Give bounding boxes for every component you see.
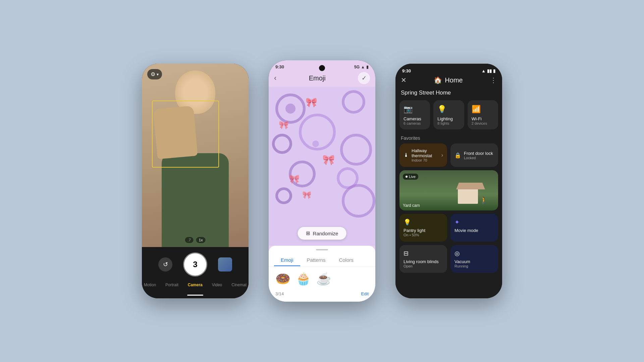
emoji-pattern-area[interactable]: 🎀 🎀 🎀 🎀 🎀 ⊞ Randomize — [269, 87, 375, 246]
movie-icon: ✦ — [454, 219, 494, 226]
gear-icon: ⚙ — [151, 71, 155, 77]
wifi-card[interactable]: 📶 Wi-Fi 2 devices — [468, 100, 498, 129]
emoji-grid: 🍩 🧁 ☕ — [269, 272, 375, 289]
zoom-controls[interactable]: .7 1x — [185, 237, 206, 243]
thermostat-content: Hallway thermostat Indoor 70 — [412, 148, 441, 162]
confirm-button[interactable]: ✓ — [358, 72, 370, 84]
mode-portrait[interactable]: Portrait — [161, 281, 183, 289]
device-grid: 📷 Cameras 6 cameras 💡 Lighting 8 lights … — [399, 100, 498, 129]
live-indicator — [406, 176, 408, 178]
lock-content: Front door lock Locked — [464, 151, 494, 160]
tab-colors[interactable]: Colors — [332, 254, 360, 266]
home-content: Spring Street Home 📷 Cameras 6 cameras 💡… — [395, 87, 502, 298]
cameras-icon: 📷 — [404, 105, 426, 114]
mode-camera[interactable]: Camera — [183, 281, 207, 289]
shutter-button[interactable]: 3 — [183, 252, 207, 277]
live-camera-card[interactable]: 🚶 Live Yard cam — [399, 170, 498, 210]
vacuum-icon: ◎ — [454, 250, 494, 257]
pantry-icon: 💡 — [404, 219, 443, 226]
thermostat-sub: Indoor 70 — [412, 158, 441, 162]
home-statusbar: 9:30 ▲ ▮▮ ▮ — [395, 64, 502, 75]
bottom-row-2: ⊟ Living room blinds Open ◎ Vacuum Runni… — [399, 245, 498, 273]
camera-controls: ↺ 3 Motion Portrait Camera Video Cinemat — [142, 247, 249, 298]
emoji-footer: 3/14 Edit — [269, 289, 375, 296]
blinds-card[interactable]: ⊟ Living room blinds Open — [399, 245, 447, 273]
front-camera — [319, 65, 325, 71]
home-name: Spring Street Home — [399, 87, 498, 100]
gallery-thumbnail[interactable] — [218, 257, 232, 272]
camera-topbar: ⚙ ▾ — [142, 64, 249, 82]
wifi-sub: 2 devices — [472, 121, 494, 125]
tab-patterns[interactable]: Patterns — [300, 254, 332, 266]
home-title-row: 🏠 Home — [434, 76, 463, 84]
lock-icon: 🔒 — [454, 152, 461, 159]
phone-emoji: 9:30 5G ▲ ▮ ‹ Emoji ✓ — [269, 60, 375, 302]
randomize-icon: ⊞ — [306, 230, 310, 236]
emoji-item-coffee[interactable]: ☕ — [316, 272, 331, 286]
live-label: Live — [409, 175, 416, 179]
movie-title: Movie mode — [454, 228, 494, 233]
cameras-label: Cameras — [404, 116, 426, 121]
thermostat-card[interactable]: 🌡 Hallway thermostat Indoor 70 › — [399, 143, 447, 167]
lock-title: Front door lock — [464, 151, 494, 156]
phone-home: 9:30 ▲ ▮▮ ▮ ✕ 🏠 Home ⋮ Spring Street Hom… — [395, 64, 502, 298]
mode-video[interactable]: Video — [207, 281, 227, 289]
signal-icon: 5G — [354, 65, 360, 69]
emoji-tabs: Emoji Patterns Colors — [269, 254, 375, 266]
pantry-light-card[interactable]: 💡 Pantry light On • 50% — [399, 214, 447, 242]
home-app-title: Home — [445, 76, 463, 84]
home-wifi-icon: ▲ — [481, 68, 486, 73]
home-status-time: 9:30 — [402, 68, 411, 73]
camera-viewfinder[interactable]: .7 1x — [142, 64, 249, 247]
favorites-row: 🌡 Hallway thermostat Indoor 70 › 🔒 Front… — [399, 143, 498, 167]
zoom-07[interactable]: .7 — [185, 237, 194, 243]
phone-camera: ⚙ ▾ .7 1x ↺ 3 — [142, 64, 249, 298]
flip-camera-button[interactable]: ↺ — [158, 257, 172, 272]
focus-rectangle — [152, 101, 219, 168]
bottom-row-1: 💡 Pantry light On • 50% ✦ Movie mode — [399, 214, 498, 242]
favorites-label: Favorites — [399, 134, 498, 143]
close-button[interactable]: ✕ — [401, 76, 407, 84]
battery-icon: ▮ — [366, 65, 369, 69]
tab-emoji[interactable]: Emoji — [274, 254, 300, 266]
live-badge: Live — [403, 174, 418, 180]
cameras-card[interactable]: 📷 Cameras 6 cameras — [399, 100, 430, 129]
edit-button[interactable]: Edit — [361, 291, 369, 296]
status-time: 9:30 — [275, 64, 284, 69]
thermostat-title: Hallway thermostat — [412, 148, 441, 158]
vacuum-card[interactable]: ◎ Vacuum Running — [450, 245, 498, 273]
blinds-sub: Open — [404, 264, 443, 268]
yard-cam-label: Yard cam — [403, 203, 420, 208]
home-topbar: ✕ 🏠 Home ⋮ — [395, 75, 502, 87]
camera-settings[interactable]: ⚙ ▾ — [147, 69, 162, 79]
lock-card[interactable]: 🔒 Front door lock Locked — [450, 143, 498, 167]
yard-figure: 🚶 — [480, 196, 488, 204]
vacuum-title: Vacuum — [454, 259, 494, 264]
mode-motion[interactable]: Motion — [142, 281, 161, 289]
shutter-number: 3 — [185, 254, 205, 275]
shutter-row: ↺ 3 — [142, 252, 249, 277]
emoji-topbar: ‹ Emoji ✓ — [269, 69, 375, 87]
randomize-button[interactable]: ⊞ Randomize — [298, 227, 346, 240]
zoom-1x[interactable]: 1x — [196, 237, 206, 243]
home-battery-icon: ▮ — [493, 68, 495, 73]
lighting-card[interactable]: 💡 Lighting 8 lights — [433, 100, 464, 129]
vacuum-sub: Running — [454, 264, 494, 268]
emoji-item-donut[interactable]: 🍩 — [275, 272, 290, 286]
blinds-icon: ⊟ — [404, 250, 443, 257]
randomize-label: Randomize — [313, 231, 338, 236]
mode-cinemat[interactable]: Cinemat — [227, 281, 249, 289]
wifi-label: Wi-Fi — [472, 116, 494, 121]
lighting-label: Lighting — [437, 116, 460, 121]
chevron-down-icon: ▾ — [157, 72, 159, 77]
movie-mode-card[interactable]: ✦ Movie mode — [450, 214, 498, 242]
lock-sub: Locked — [464, 156, 494, 160]
cameras-sub: 6 cameras — [404, 121, 426, 125]
back-button[interactable]: ‹ — [274, 74, 276, 82]
mode-indicator — [187, 295, 203, 296]
more-options-button[interactable]: ⋮ — [490, 76, 497, 84]
home-signal-icon: ▮▮ — [487, 68, 492, 73]
sheet-handle — [316, 249, 328, 250]
emoji-bottom-sheet: Emoji Patterns Colors 🍩 🧁 ☕ 3/14 Edit — [269, 246, 375, 302]
emoji-item-cupcake[interactable]: 🧁 — [296, 272, 311, 286]
